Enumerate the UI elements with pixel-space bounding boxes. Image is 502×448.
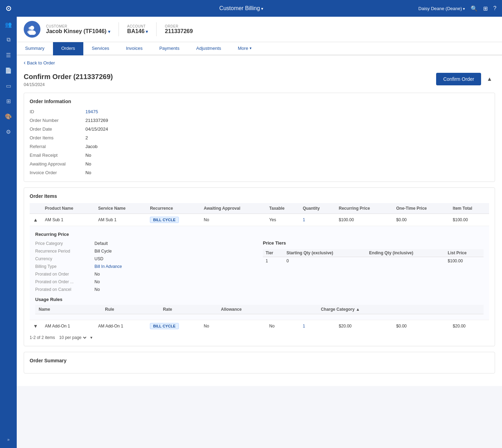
field-value-id[interactable]: 19475 xyxy=(85,108,489,115)
account-label: ACCOUNT xyxy=(127,24,148,28)
col-one-time-price: One-Time Price xyxy=(393,203,449,214)
tier-list-price: $100.00 xyxy=(445,257,484,265)
field-label-invoice-order: Invoice Order xyxy=(30,169,85,176)
exp-value-prorated-cancel: No xyxy=(94,286,256,293)
field-label-order-items: Order Items xyxy=(30,134,85,141)
row-taxable: No xyxy=(266,320,299,332)
topnav-title[interactable]: Customer Billing xyxy=(64,5,418,11)
pagination-info: 1-2 of 2 items xyxy=(30,335,55,340)
price-tiers-table: Tier Starting Qty (exclusive) Ending Qty… xyxy=(263,249,484,265)
field-value-referral: Jacob xyxy=(85,143,489,150)
tier-number: 1 xyxy=(263,257,284,265)
col-service-name: Service Name xyxy=(94,203,146,214)
usage-col-rate: Rate xyxy=(160,305,218,314)
col-item-total: Item Total xyxy=(449,203,489,214)
row-product-name: AM Add-On 1 xyxy=(41,320,95,332)
back-to-order-link[interactable]: Back to Order xyxy=(24,55,495,69)
table-row: ▲ AM Sub 1 AM Sub 1 BILL CYCLE No Yes 1 xyxy=(30,214,489,226)
exp-label-price-cat: Price Category xyxy=(35,240,94,247)
row-recurring-price: $20.00 xyxy=(335,320,393,332)
page-header: Confirm Order (211337269) 04/15/2024 Con… xyxy=(24,69,495,93)
order-items-table: Product Name Service Name Recurrence Awa… xyxy=(30,203,489,332)
customer-name[interactable]: Jacob Kinsey (TF1046) xyxy=(46,28,110,34)
sidebar-icon-users[interactable]: 👥 xyxy=(0,17,17,32)
app-logo[interactable]: ⊙ xyxy=(0,0,17,17)
tab-services[interactable]: Services xyxy=(83,42,117,55)
usage-col-charge-category[interactable]: Charge Category ▲ xyxy=(317,305,484,314)
sidebar-icon-list[interactable]: ☰ xyxy=(0,47,17,63)
expanded-info-grid: Price Category Default Recurrence Period… xyxy=(35,240,256,293)
field-value-order-date: 04/15/2024 xyxy=(85,126,489,132)
customer-label: CUSTOMER xyxy=(46,24,110,28)
tab-payments[interactable]: Payments xyxy=(151,42,188,55)
col-quantity: Quantity xyxy=(299,203,335,214)
collapse-button[interactable]: ▲ xyxy=(484,73,495,85)
topnav-user[interactable]: Daisy Deane (Deane) xyxy=(418,6,465,11)
tab-summary[interactable]: Summary xyxy=(17,42,53,55)
exp-value-price-cat: Default xyxy=(94,240,256,247)
page-content: Back to Order Confirm Order (211337269) … xyxy=(17,55,502,448)
row-collapse-button[interactable]: ▼ xyxy=(33,323,38,329)
col-recurrence: Recurrence xyxy=(146,203,200,214)
tab-adjustments[interactable]: Adjustments xyxy=(188,42,230,55)
exp-value-currency: USD xyxy=(94,256,256,262)
recurrence-badge: BILL CYCLE xyxy=(150,217,179,223)
quantity-link[interactable]: 1 xyxy=(303,324,305,329)
tier-start-qty: 0 xyxy=(284,257,366,265)
account-number[interactable]: BA146 xyxy=(127,28,148,34)
field-value-order-items: 2 xyxy=(85,134,489,141)
per-page-select[interactable]: 10 per page 25 per page 50 per page xyxy=(58,335,88,340)
field-value-order-number: 211337269 xyxy=(85,117,489,124)
usage-col-name: Name xyxy=(35,305,101,314)
tier-col-start: Starting Qty (exclusive) xyxy=(284,249,366,257)
tab-more[interactable]: More▾ xyxy=(229,42,260,55)
per-page-dropdown-icon: ▾ xyxy=(90,335,92,340)
help-icon[interactable]: ? xyxy=(493,5,496,11)
expanded-content: Recurring Price Price Category Default R… xyxy=(30,226,489,320)
usage-col-allowance: Allowance xyxy=(218,305,318,314)
row-awaiting-approval: No xyxy=(200,320,266,332)
exp-label-recurrence-period: Recurrence Period xyxy=(35,248,94,254)
price-tiers-title: Price Tiers xyxy=(263,240,484,246)
order-items-section: Order Items Product Name Service Name Re… xyxy=(24,187,495,346)
sidebar-expand-button[interactable]: » xyxy=(0,434,17,445)
order-summary-section: Order Summary xyxy=(24,352,495,373)
tab-invoices[interactable]: Invoices xyxy=(117,42,151,55)
row-item-total: $100.00 xyxy=(449,214,489,226)
sidebar-icon-copy[interactable]: ⧉ xyxy=(0,32,17,47)
topnav: Customer Billing Daisy Deane (Deane) 🔍 ⊞… xyxy=(17,0,502,17)
sidebar-icon-calculator[interactable]: ⊞ xyxy=(0,93,17,109)
order-info-grid: ID 19475 Order Number 211337269 Order Da… xyxy=(30,108,489,176)
customer-avatar xyxy=(24,21,40,38)
col-product-name: Product Name xyxy=(41,203,95,214)
sidebar-icon-palette[interactable]: 🎨 xyxy=(0,109,17,124)
row-product-name: AM Sub 1 xyxy=(41,214,95,226)
exp-value-billing-type[interactable]: Bill In Advance xyxy=(94,263,256,270)
tier-end-qty xyxy=(366,257,445,265)
row-recurrence: BILL CYCLE xyxy=(146,214,200,226)
table-row: ▼ AM Add-On 1 AM Add-On 1 BILL CYCLE No … xyxy=(30,320,489,332)
usage-col-rule: Rule xyxy=(101,305,159,314)
sidebar-icon-gear[interactable]: ⚙ xyxy=(0,124,17,139)
tier-row: 1 0 $100.00 xyxy=(263,257,484,265)
exp-label-prorated-cancel: Prorated on Cancel xyxy=(35,286,94,293)
tier-col-end: Ending Qty (inclusive) xyxy=(366,249,445,257)
exp-label-prorated-order: Prorated on Order xyxy=(35,271,94,277)
customer-header: CUSTOMER Jacob Kinsey (TF1046) ACCOUNT B… xyxy=(17,17,502,42)
page-title: Confirm Order (211337269) xyxy=(24,73,113,81)
row-awaiting-approval: No xyxy=(200,214,266,226)
field-label-awaiting-approval: Awaiting Approval xyxy=(30,161,85,167)
search-icon[interactable]: 🔍 xyxy=(471,5,478,12)
sidebar-icon-card[interactable]: ▭ xyxy=(0,78,17,93)
quantity-link[interactable]: 1 xyxy=(303,217,305,222)
confirm-order-button[interactable]: Confirm Order xyxy=(436,73,481,85)
sidebar: ⊙ 👥 ⧉ ☰ 📄 ▭ ⊞ 🎨 ⚙ » xyxy=(0,0,17,448)
order-label: ORDER xyxy=(165,24,193,28)
exp-value-prorated-order: No xyxy=(94,271,256,277)
sidebar-icon-document[interactable]: 📄 xyxy=(0,63,17,78)
pagination: 1-2 of 2 items 10 per page 25 per page 5… xyxy=(30,332,489,340)
row-expand-button[interactable]: ▲ xyxy=(33,217,38,223)
tab-orders[interactable]: Orders xyxy=(53,42,84,55)
recurrence-badge: BILL CYCLE xyxy=(150,323,179,329)
apps-icon[interactable]: ⊞ xyxy=(483,5,488,12)
